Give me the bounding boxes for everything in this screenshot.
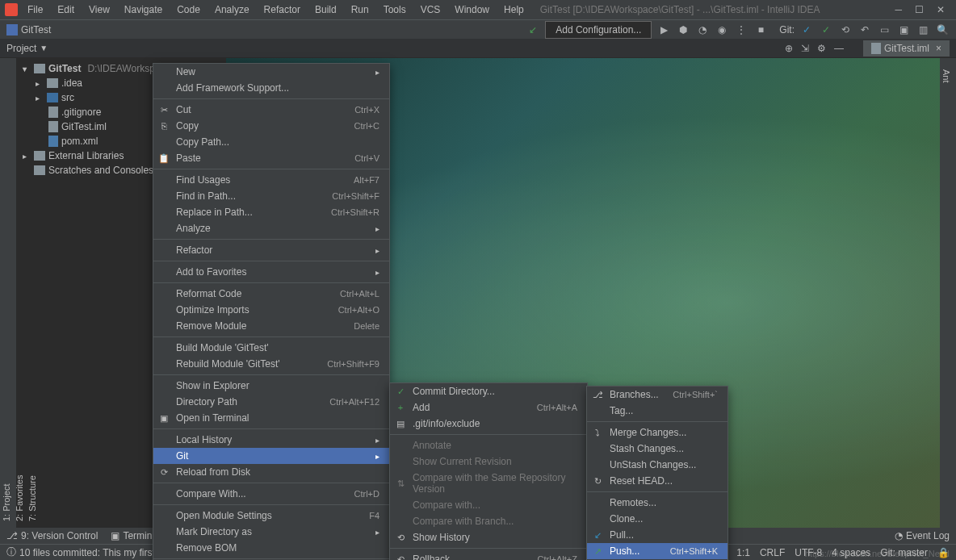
menu-window[interactable]: Window bbox=[448, 2, 496, 17]
menu-remove-bom[interactable]: Remove BOM bbox=[153, 540, 389, 556]
menu-local-history[interactable]: Local History▸ bbox=[153, 432, 389, 448]
add-configuration-button[interactable]: Add Configuration... bbox=[545, 21, 652, 39]
menu-replace-in-path[interactable]: Replace in Path...Ctrl+Shift+R bbox=[153, 204, 389, 220]
menu-show-history[interactable]: ⟲Show History bbox=[390, 529, 587, 545]
vcs-commit-icon[interactable]: ✓ bbox=[819, 23, 833, 37]
tool-event-log[interactable]: ◔Event Log bbox=[895, 530, 950, 541]
menu-merge[interactable]: ⤵Merge Changes... bbox=[587, 424, 727, 441]
menu-reload[interactable]: ⟳Reload from Disk bbox=[153, 464, 389, 480]
folder-icon bbox=[47, 78, 58, 88]
menu-clone[interactable]: Clone... bbox=[587, 511, 727, 527]
menu-build[interactable]: Build bbox=[308, 2, 343, 17]
menu-pull[interactable]: ↙Pull... bbox=[587, 527, 727, 543]
menu-run[interactable]: Run bbox=[345, 2, 375, 17]
branch-icon: ⎇ bbox=[592, 389, 603, 400]
menu-stash[interactable]: Stash Changes... bbox=[587, 441, 727, 457]
menu-mark-dir[interactable]: Mark Directory as▸ bbox=[153, 524, 389, 540]
menu-unstash[interactable]: UnStash Changes... bbox=[587, 457, 727, 473]
stripe-project[interactable]: 1: Project bbox=[0, 58, 13, 528]
menu-show-explorer[interactable]: Show in Explorer bbox=[153, 378, 389, 394]
debug-icon[interactable]: ⬢ bbox=[676, 23, 690, 37]
stripe-structure[interactable]: 7: Structure bbox=[26, 58, 39, 528]
menu-copy[interactable]: ⎘CopyCtrl+C bbox=[153, 118, 389, 134]
run-icon[interactable]: ▶ bbox=[656, 23, 671, 37]
minimize-icon[interactable]: ─ bbox=[895, 4, 902, 15]
menu-tag[interactable]: Tag... bbox=[587, 403, 727, 419]
search-icon[interactable]: 🔍 bbox=[935, 23, 950, 37]
rollback-icon: ↶ bbox=[395, 554, 406, 560]
menu-copy-path[interactable]: Copy Path... bbox=[153, 134, 389, 150]
menu-rebuild-module[interactable]: Rebuild Module 'GitTest'Ctrl+Shift+F9 bbox=[153, 356, 389, 372]
menu-help[interactable]: Help bbox=[497, 2, 530, 17]
menu-build-module[interactable]: Build Module 'GitTest' bbox=[153, 340, 389, 356]
menu-navigate[interactable]: Navigate bbox=[118, 2, 169, 17]
stripe-favorites[interactable]: 2: Favorites bbox=[13, 284, 26, 528]
tree-label: pom.xml bbox=[61, 136, 98, 147]
vcs-checkmark-icon[interactable]: ✓ bbox=[799, 23, 814, 37]
menu-find-usages[interactable]: Find UsagesAlt+F7 bbox=[153, 172, 389, 188]
menu-analyze[interactable]: Analyze▸ bbox=[153, 220, 389, 236]
context-menu: New▸ Add Framework Support... ✂CutCtrl+X… bbox=[153, 63, 390, 560]
menu-paste[interactable]: 📋PasteCtrl+V bbox=[153, 150, 389, 166]
menu-new[interactable]: New▸ bbox=[153, 64, 389, 80]
menu-vcs[interactable]: VCS bbox=[414, 2, 447, 17]
menu-favorites[interactable]: Add to Favorites▸ bbox=[153, 264, 389, 280]
menu-compare-with[interactable]: Compare With...Ctrl+D bbox=[153, 486, 389, 502]
menu-open-terminal[interactable]: ▣Open in Terminal bbox=[153, 410, 389, 426]
menu-refactor[interactable]: Refactor▸ bbox=[153, 242, 389, 258]
status-position[interactable]: 1:1 bbox=[736, 547, 750, 558]
menu-module-settings[interactable]: Open Module SettingsF4 bbox=[153, 508, 389, 524]
menu-reformat[interactable]: Reformat CodeCtrl+Alt+L bbox=[153, 286, 389, 302]
tab-label: GitTest.iml bbox=[884, 43, 929, 54]
menu-git-exclude[interactable]: ▤.git/info/exclude bbox=[390, 416, 587, 432]
menu-git[interactable]: Git▸ bbox=[153, 448, 389, 464]
vcs-update-icon[interactable]: ↙ bbox=[526, 23, 540, 37]
add-icon: + bbox=[395, 402, 406, 413]
menu-analyze[interactable]: Analyze bbox=[208, 2, 256, 17]
menu-file[interactable]: File bbox=[21, 2, 49, 17]
menu-optimize[interactable]: Optimize ImportsCtrl+Alt+O bbox=[153, 302, 389, 318]
gear-icon[interactable]: ⚙ bbox=[817, 43, 826, 54]
menu-tools[interactable]: Tools bbox=[377, 2, 413, 17]
coverage-icon[interactable]: ◔ bbox=[695, 23, 710, 37]
menu-git-add[interactable]: +AddCtrl+Alt+A bbox=[390, 399, 587, 416]
presentation-icon[interactable]: ▭ bbox=[877, 23, 891, 37]
close-tab-icon[interactable]: × bbox=[936, 43, 941, 54]
vcs-revert-icon[interactable]: ↶ bbox=[857, 23, 872, 37]
paste-icon: 📋 bbox=[158, 153, 170, 164]
menu-edit[interactable]: Edit bbox=[51, 2, 81, 17]
editor-tab[interactable]: GitTest.iml × bbox=[863, 40, 950, 56]
stop-icon[interactable]: ■ bbox=[753, 23, 768, 37]
project-view-selector[interactable]: Project ▼ bbox=[6, 43, 48, 54]
menu-reset-head[interactable]: ↻Reset HEAD... bbox=[587, 473, 727, 489]
close-icon[interactable]: ✕ bbox=[937, 4, 945, 15]
menu-code[interactable]: Code bbox=[170, 2, 207, 17]
menu-find-in-path[interactable]: Find in Path...Ctrl+Shift+F bbox=[153, 188, 389, 204]
expand-icon[interactable]: ⇲ bbox=[801, 43, 809, 54]
push-icon: ↗ bbox=[592, 545, 603, 557]
stripe-ant[interactable]: Ant bbox=[940, 65, 953, 528]
breadcrumb[interactable]: GitTest bbox=[21, 24, 51, 36]
menu-directory-path[interactable]: Directory PathCtrl+Alt+F12 bbox=[153, 394, 389, 410]
status-line-sep[interactable]: CRLF bbox=[760, 547, 785, 558]
locate-icon[interactable]: ⊕ bbox=[785, 43, 793, 54]
menu-push[interactable]: ↗Push...Ctrl+Shift+K bbox=[587, 543, 727, 559]
terminal-icon: ▣ bbox=[158, 412, 170, 424]
maximize-icon[interactable]: ☐ bbox=[915, 4, 924, 15]
menu-remove-module[interactable]: Remove ModuleDelete bbox=[153, 318, 389, 334]
structure-icon[interactable]: ▥ bbox=[916, 23, 930, 37]
menu-cut[interactable]: ✂CutCtrl+X bbox=[153, 102, 389, 118]
menu-add-framework[interactable]: Add Framework Support... bbox=[153, 80, 389, 96]
translate-icon[interactable]: ▣ bbox=[896, 23, 911, 37]
collapse-icon[interactable]: — bbox=[834, 43, 844, 54]
menu-rollback[interactable]: ↶Rollback...Ctrl+Alt+Z bbox=[390, 551, 587, 560]
menu-commit-dir[interactable]: ✓Commit Directory... bbox=[390, 383, 587, 399]
trace-icon[interactable]: ⋮ bbox=[734, 23, 748, 37]
tool-version-control[interactable]: ⎇9: Version Control bbox=[6, 530, 98, 541]
vcs-history-icon[interactable]: ⟲ bbox=[838, 23, 853, 37]
profile-icon[interactable]: ◉ bbox=[715, 23, 729, 37]
menu-view[interactable]: View bbox=[82, 2, 116, 17]
menu-remotes[interactable]: Remotes... bbox=[587, 495, 727, 511]
menu-refactor[interactable]: Refactor bbox=[258, 2, 307, 17]
menu-branches[interactable]: ⎇Branches...Ctrl+Shift+` bbox=[587, 387, 727, 403]
